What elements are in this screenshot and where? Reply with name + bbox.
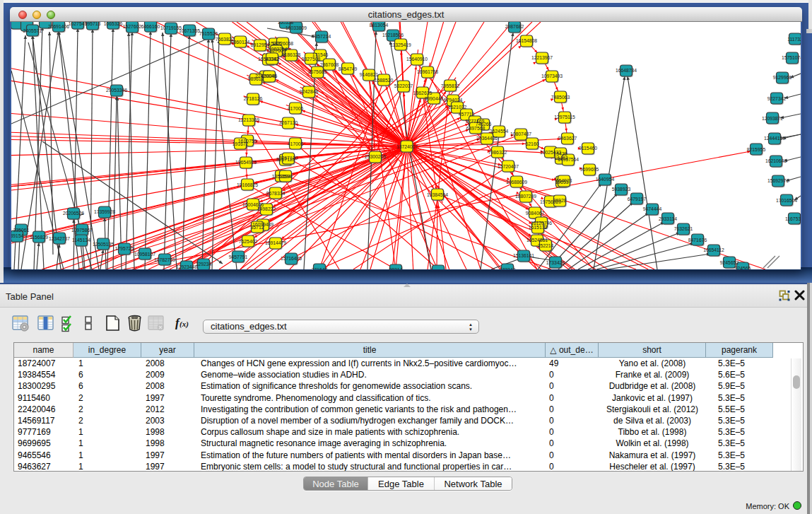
svg-text:18807249: 18807249 [515, 194, 536, 199]
svg-text:9245652: 9245652 [720, 260, 739, 265]
svg-text:8912954: 8912954 [251, 42, 270, 47]
svg-text:1145134: 1145134 [72, 238, 90, 243]
svg-text:9327508: 9327508 [302, 57, 321, 62]
svg-text:16914479: 16914479 [265, 240, 286, 245]
svg-text:29053346: 29053346 [106, 88, 127, 93]
svg-text:14957564: 14957564 [558, 157, 579, 162]
svg-text:17359928: 17359928 [94, 209, 115, 214]
svg-text:7625402: 7625402 [239, 239, 258, 244]
svg-text:5938923: 5938923 [612, 187, 631, 192]
svg-text:20206526: 20206526 [63, 211, 84, 216]
svg-text:1733426: 1733426 [546, 260, 565, 265]
svg-text:16033809: 16033809 [286, 25, 307, 30]
svg-text:20364436: 20364436 [476, 136, 498, 141]
svg-text:6794024: 6794024 [444, 98, 463, 103]
svg-text:15692971: 15692971 [767, 178, 789, 183]
svg-text:2718126: 2718126 [244, 96, 263, 101]
svg-text:16210643: 16210643 [765, 158, 787, 163]
svg-text:1167533: 1167533 [785, 216, 801, 221]
svg-text:2933114: 2933114 [659, 216, 677, 221]
svg-text:12975115: 12975115 [554, 115, 575, 119]
svg-text:5322037: 5322037 [394, 83, 413, 88]
svg-text:111732: 111732 [787, 37, 801, 42]
svg-text:8678334: 8678334 [266, 191, 286, 196]
svg-text:83342: 83342 [266, 57, 279, 62]
svg-text:15438: 15438 [554, 151, 567, 156]
svg-text:29300205: 29300205 [365, 154, 386, 159]
svg-text:2405571: 2405571 [23, 28, 42, 33]
svg-text:9129966: 9129966 [773, 75, 792, 80]
svg-text:2987682: 2987682 [505, 24, 524, 29]
svg-text:12342737: 12342737 [49, 236, 70, 241]
svg-text:8186328: 8186328 [282, 52, 301, 57]
svg-text:1640954: 1640954 [596, 177, 615, 182]
svg-text:417006: 417006 [288, 141, 304, 146]
svg-text:9146821: 9146821 [360, 72, 379, 77]
svg-text:19166825: 19166825 [237, 182, 258, 187]
svg-text:19654925: 19654925 [235, 160, 257, 165]
svg-text:16782759: 16782759 [154, 257, 175, 262]
svg-text:11325419: 11325419 [390, 42, 411, 47]
svg-text:2867608: 2867608 [320, 62, 339, 67]
svg-text:1156829: 1156829 [30, 235, 48, 240]
svg-text:654923: 654923 [556, 178, 572, 183]
svg-text:77123: 77123 [432, 269, 445, 269]
svg-text:18724007: 18724007 [396, 144, 418, 149]
svg-text:8215955: 8215955 [747, 147, 766, 152]
svg-text:15640910: 15640910 [406, 57, 428, 62]
svg-text:12923448: 12923448 [176, 264, 197, 269]
svg-text:16961758: 16961758 [417, 69, 438, 74]
svg-text:3675685: 3675685 [308, 69, 327, 74]
svg-text:16648784: 16648784 [616, 68, 637, 73]
svg-text:35712: 35712 [251, 225, 264, 230]
svg-text:7632621: 7632621 [674, 226, 693, 231]
svg-text:12505135: 12505135 [93, 242, 114, 247]
svg-text:13226058: 13226058 [272, 41, 293, 46]
svg-text:9115460: 9115460 [579, 146, 597, 151]
svg-text:98314: 98314 [389, 267, 403, 269]
svg-text:6466160: 6466160 [141, 24, 160, 29]
svg-text:9242848: 9242848 [300, 89, 319, 94]
svg-text:15720407: 15720407 [498, 164, 519, 169]
svg-text:62160: 62160 [526, 141, 539, 146]
svg-text:8454749: 8454749 [339, 66, 358, 71]
svg-text:8990448: 8990448 [425, 96, 444, 101]
svg-text:1795725: 1795725 [115, 246, 134, 251]
svg-text:7515526: 7515526 [199, 31, 218, 36]
svg-text:9474444: 9474444 [643, 206, 662, 211]
svg-text:8471676: 8471676 [688, 238, 707, 243]
svg-text:924565: 924565 [735, 266, 751, 269]
svg-text:39154: 39154 [11, 233, 24, 238]
svg-text:10807487: 10807487 [510, 132, 531, 136]
svg-text:129234: 129234 [196, 262, 212, 267]
svg-text:160338: 160338 [278, 22, 294, 25]
svg-text:457713: 457713 [459, 112, 475, 117]
svg-text:335061: 335061 [13, 228, 30, 233]
svg-text:10688609: 10688609 [506, 180, 527, 185]
svg-text:995713: 995713 [85, 22, 101, 26]
svg-text:9227342: 9227342 [767, 96, 787, 101]
svg-text:252214: 252214 [538, 243, 554, 248]
svg-text:7955812: 7955812 [441, 83, 460, 88]
svg-text:1065326: 1065326 [104, 22, 123, 26]
svg-text:371648: 371648 [312, 267, 328, 269]
svg-text:173342: 173342 [500, 267, 516, 269]
svg-text:7986322: 7986322 [488, 150, 507, 155]
svg-text:417006: 417006 [288, 106, 304, 111]
svg-text:12213967: 12213967 [531, 55, 553, 60]
svg-text:20691406: 20691406 [48, 24, 69, 29]
svg-text:17016504: 17016504 [776, 198, 797, 203]
svg-text:3624554: 3624554 [490, 129, 509, 134]
svg-text:12444159: 12444159 [764, 136, 785, 141]
svg-text:(x): (x) [180, 320, 189, 329]
svg-text:19384554: 19384554 [427, 192, 448, 197]
svg-text:191672: 191672 [233, 141, 249, 146]
svg-text:19218506: 19218506 [382, 33, 404, 37]
svg-text:3267130: 3267130 [279, 120, 298, 125]
svg-text:9084067: 9084067 [526, 211, 545, 216]
svg-text:15751074: 15751074 [782, 55, 801, 60]
svg-text:15136141: 15136141 [513, 253, 534, 258]
svg-text:53594: 53594 [279, 174, 293, 179]
svg-text:3267130: 3267130 [279, 156, 298, 160]
svg-text:8813054: 8813054 [370, 23, 389, 28]
